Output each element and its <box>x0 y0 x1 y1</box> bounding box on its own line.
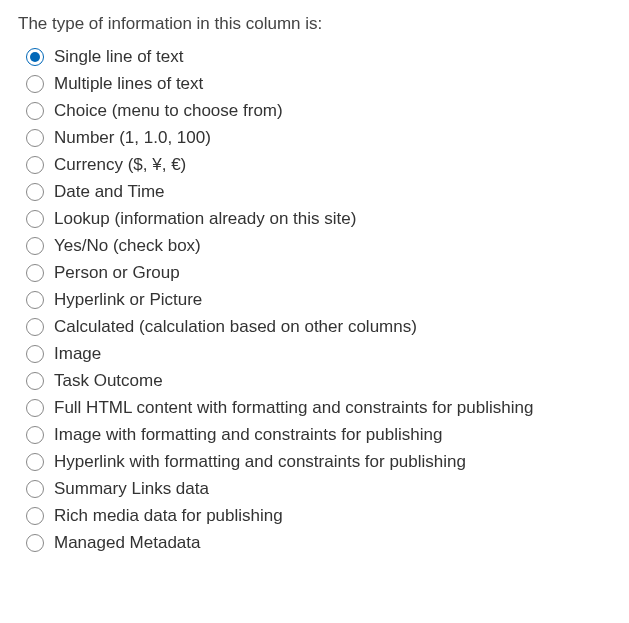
option-label: Full HTML content with formatting and co… <box>54 398 533 418</box>
option-number[interactable]: Number (1, 1.0, 100) <box>18 125 611 151</box>
option-image-publishing[interactable]: Image with formatting and constraints fo… <box>18 422 611 448</box>
option-hyperlink-or-picture[interactable]: Hyperlink or Picture <box>18 287 611 313</box>
radio-icon <box>26 264 44 282</box>
option-currency[interactable]: Currency ($, ¥, €) <box>18 152 611 178</box>
option-rich-media-data[interactable]: Rich media data for publishing <box>18 503 611 529</box>
option-full-html-content[interactable]: Full HTML content with formatting and co… <box>18 395 611 421</box>
option-label: Single line of text <box>54 47 183 67</box>
option-label: Hyperlink with formatting and constraint… <box>54 452 466 472</box>
radio-icon <box>26 183 44 201</box>
radio-icon <box>26 129 44 147</box>
option-label: Summary Links data <box>54 479 209 499</box>
option-label: Date and Time <box>54 182 165 202</box>
option-calculated[interactable]: Calculated (calculation based on other c… <box>18 314 611 340</box>
option-label: Number (1, 1.0, 100) <box>54 128 211 148</box>
radio-icon <box>26 372 44 390</box>
option-label: Yes/No (check box) <box>54 236 201 256</box>
option-label: Person or Group <box>54 263 180 283</box>
radio-icon <box>26 48 44 66</box>
option-person-or-group[interactable]: Person or Group <box>18 260 611 286</box>
option-choice[interactable]: Choice (menu to choose from) <box>18 98 611 124</box>
column-type-heading: The type of information in this column i… <box>18 14 611 34</box>
option-label: Currency ($, ¥, €) <box>54 155 186 175</box>
option-label: Hyperlink or Picture <box>54 290 202 310</box>
option-label: Multiple lines of text <box>54 74 203 94</box>
radio-icon <box>26 318 44 336</box>
option-managed-metadata[interactable]: Managed Metadata <box>18 530 611 556</box>
radio-icon <box>26 507 44 525</box>
option-date-and-time[interactable]: Date and Time <box>18 179 611 205</box>
option-single-line-of-text[interactable]: Single line of text <box>18 44 611 70</box>
option-hyperlink-publishing[interactable]: Hyperlink with formatting and constraint… <box>18 449 611 475</box>
option-label: Choice (menu to choose from) <box>54 101 283 121</box>
option-label: Lookup (information already on this site… <box>54 209 356 229</box>
radio-icon <box>26 399 44 417</box>
radio-icon <box>26 291 44 309</box>
option-label: Managed Metadata <box>54 533 201 553</box>
option-lookup[interactable]: Lookup (information already on this site… <box>18 206 611 232</box>
radio-icon <box>26 102 44 120</box>
option-multiple-lines-of-text[interactable]: Multiple lines of text <box>18 71 611 97</box>
option-label: Calculated (calculation based on other c… <box>54 317 417 337</box>
option-label: Rich media data for publishing <box>54 506 283 526</box>
option-image[interactable]: Image <box>18 341 611 367</box>
radio-icon <box>26 345 44 363</box>
radio-icon <box>26 156 44 174</box>
radio-icon <box>26 453 44 471</box>
radio-icon <box>26 480 44 498</box>
option-task-outcome[interactable]: Task Outcome <box>18 368 611 394</box>
radio-icon <box>26 426 44 444</box>
option-label: Image with formatting and constraints fo… <box>54 425 442 445</box>
option-label: Task Outcome <box>54 371 163 391</box>
radio-icon <box>26 534 44 552</box>
radio-icon <box>26 75 44 93</box>
option-label: Image <box>54 344 101 364</box>
column-type-options: Single line of text Multiple lines of te… <box>18 44 611 556</box>
radio-icon <box>26 210 44 228</box>
radio-icon <box>26 237 44 255</box>
option-summary-links-data[interactable]: Summary Links data <box>18 476 611 502</box>
option-yes-no[interactable]: Yes/No (check box) <box>18 233 611 259</box>
